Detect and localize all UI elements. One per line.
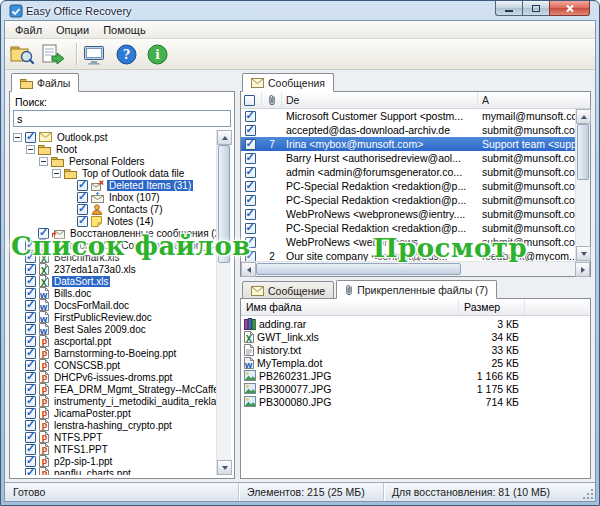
column-filename[interactable]: Имя файла <box>241 299 459 315</box>
menu-file[interactable]: Файл <box>8 23 49 37</box>
tree-item[interactable]: PBarnstorming-to-Boeing.ppt <box>13 347 216 359</box>
message-checkbox[interactable] <box>245 195 256 206</box>
scroll-thumb[interactable] <box>218 145 230 263</box>
collapse-icon[interactable] <box>26 145 35 154</box>
scroll-up-button[interactable] <box>576 109 591 124</box>
scroll-up-button[interactable] <box>217 130 232 145</box>
tree-item[interactable]: X237eda1a73a0.xls <box>13 263 216 275</box>
maximize-button[interactable] <box>522 1 549 16</box>
message-checkbox[interactable] <box>245 237 256 248</box>
column-to[interactable]: A <box>478 92 590 108</box>
tree-item[interactable]: PCONSCSB.ppt <box>13 359 216 371</box>
message-checkbox[interactable] <box>245 125 256 136</box>
messages-scrollbar[interactable] <box>575 109 590 261</box>
attachment-row[interactable]: WMyTempla.dot25 КБ <box>241 356 590 369</box>
message-row[interactable]: Microsoft Customer Support <postm...myma… <box>241 109 575 123</box>
search-input[interactable] <box>13 110 231 127</box>
attachment-row[interactable]: PB300077.JPG1 175 КБ <box>241 382 590 395</box>
message-checkbox[interactable] <box>245 251 256 262</box>
scroll-right-button[interactable] <box>575 262 590 277</box>
tree-item[interactable]: Восстановленные сообщения (22) <box>13 227 216 239</box>
open-file-button[interactable] <box>9 41 38 68</box>
attachment-row[interactable]: history.txt33 КБ <box>241 343 590 356</box>
help-button[interactable]: ? <box>113 41 142 68</box>
tree-item[interactable]: Plenstra-hashing_crypto.ppt <box>13 419 216 431</box>
menu-options[interactable]: Опции <box>49 23 96 37</box>
column-from[interactable]: De <box>282 92 478 108</box>
tree-item[interactable]: WBest Sales 2009.doc <box>13 323 216 335</box>
tree-item-checkbox[interactable] <box>25 468 36 476</box>
tree-item[interactable]: PFEA_DRM_Mgmt_Strategy--McCaffery_20 <box>13 383 216 395</box>
tree-item[interactable]: Deleted Items (31) <box>13 179 216 191</box>
message-row[interactable]: admin <admin@forumsgenerator.co...submit… <box>241 165 575 179</box>
tree-item[interactable]: XBenchmark.xls <box>13 251 216 263</box>
scroll-thumb[interactable] <box>577 124 589 180</box>
tab-message[interactable]: Сообщение <box>242 281 334 299</box>
tree-item[interactable]: Inbox (107) <box>13 191 216 203</box>
tree-item[interactable]: PJicamaPoster.ppt <box>13 407 216 419</box>
message-row[interactable]: PC-Special Redaktion <redaktion@p...subm… <box>241 179 575 193</box>
message-row[interactable]: WebProNews <webpronews@ientry....submit@… <box>241 207 575 221</box>
scroll-down-button[interactable] <box>217 460 232 475</box>
tree-item[interactable]: WFirstPublicReview.doc <box>13 311 216 323</box>
tree-item[interactable]: Ppanflu_charts.ppt <box>13 467 216 475</box>
tab-messages[interactable]: Сообщения <box>242 73 334 92</box>
minimize-button[interactable] <box>495 1 522 16</box>
tree-item-checkbox[interactable] <box>77 216 88 227</box>
message-checkbox[interactable] <box>245 139 256 150</box>
message-row[interactable]: PC-Special Redaktion <redaktion@p...subm… <box>241 193 575 207</box>
scroll-track[interactable] <box>576 124 590 246</box>
resize-grip[interactable] <box>580 486 593 499</box>
tree-item[interactable]: Outlook.pst <box>13 131 216 143</box>
message-checkbox[interactable] <box>245 167 256 178</box>
tree-item[interactable]: Top of Outlook data file <box>13 167 216 179</box>
tab-files[interactable]: Файлы <box>11 73 79 92</box>
select-all-checkbox[interactable] <box>244 95 255 106</box>
tree-item[interactable]: Pascportal.ppt <box>13 335 216 347</box>
tree-item[interactable]: Root <box>13 143 216 155</box>
column-size[interactable]: Размер <box>459 299 525 315</box>
scroll-track[interactable] <box>256 262 575 276</box>
about-button[interactable]: i <box>144 41 173 68</box>
message-row[interactable]: accepted@das-download-archiv.desubmit@mu… <box>241 123 575 137</box>
message-row[interactable]: 7Irina <mybox@munsoft.com>Support team <… <box>241 137 575 151</box>
scroll-thumb[interactable] <box>256 263 461 275</box>
message-checkbox[interactable] <box>245 223 256 234</box>
menu-help[interactable]: Помощь <box>96 23 153 37</box>
attachment-row[interactable]: XGWT_link.xls34 КБ <box>241 330 590 343</box>
attachment-row[interactable]: PB260231.JPG1 166 КБ <box>241 369 590 382</box>
attachment-row[interactable]: PB300080.JPG714 КБ <box>241 395 590 408</box>
tree-item[interactable]: PDHCPv6-issues-droms.ppt <box>13 371 216 383</box>
tree-item[interactable]: PNTFS.PPT <box>13 431 216 443</box>
message-checkbox[interactable] <box>245 153 256 164</box>
message-checkbox[interactable] <box>245 209 256 220</box>
tree-scrollbar[interactable] <box>216 130 231 475</box>
scroll-down-button[interactable] <box>576 246 591 261</box>
tree-item[interactable]: PNTFS1.PPT <box>13 443 216 455</box>
message-row[interactable]: PC-Special Redaktion <redaktion@p...subm… <box>241 221 575 235</box>
message-checkbox[interactable] <box>245 111 256 122</box>
recover-button[interactable] <box>40 41 69 68</box>
collapse-icon[interactable] <box>39 157 48 166</box>
tree-item[interactable]: Pinstrumenty_i_metodiki_audita_reklamny <box>13 395 216 407</box>
preview-button[interactable] <box>82 41 111 68</box>
tree-item[interactable]: WBills.doc <box>13 287 216 299</box>
tab-attachments[interactable]: Прикрепленные файлы (7) <box>336 280 497 299</box>
message-checkbox[interactable] <box>245 181 256 192</box>
scroll-left-button[interactable] <box>241 262 256 277</box>
message-row[interactable]: Barry Hurst <authorisedreview@aol...subm… <box>241 151 575 165</box>
message-row[interactable]: 2Our site company <contact@eds...feedbac… <box>241 249 575 261</box>
tree-item[interactable]: XDataSort.xls <box>13 275 216 287</box>
attachment-row[interactable]: adding.rar3 КБ <box>241 317 590 330</box>
titlebar[interactable]: Easy Office Recovery <box>4 1 596 20</box>
tree-item[interactable]: Contacts (7) <box>13 203 216 215</box>
tree-item[interactable]: Personal Folders <box>13 155 216 167</box>
collapse-icon[interactable] <box>52 169 61 178</box>
tree-item-checkbox[interactable] <box>25 132 36 143</box>
tree-item[interactable]: XAmazon_EC2_Cost_Comparison_Calculato <box>13 239 216 251</box>
collapse-icon[interactable] <box>13 133 22 142</box>
messages-hscrollbar[interactable] <box>241 261 590 276</box>
tree-item[interactable]: Pp2p-sip-1.ppt <box>13 455 216 467</box>
tree-item[interactable]: WDocsForMail.doc <box>13 299 216 311</box>
close-button[interactable] <box>549 1 590 16</box>
